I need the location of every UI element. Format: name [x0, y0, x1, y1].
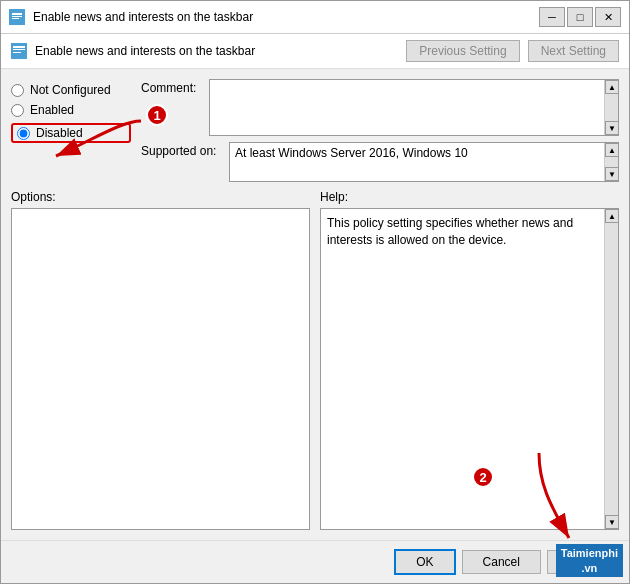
ok-button[interactable]: OK	[394, 549, 455, 575]
disabled-radio[interactable]	[17, 127, 30, 140]
svg-rect-1	[12, 13, 22, 15]
footer: OK Cancel Apply	[1, 540, 629, 583]
help-panel: Help: This policy setting specifies whet…	[320, 190, 619, 530]
close-button[interactable]: ✕	[595, 7, 621, 27]
not-configured-option[interactable]: Not Configured	[11, 83, 131, 97]
options-box	[11, 208, 310, 530]
options-label: Options:	[11, 190, 310, 204]
supported-row: Supported on: At least Windows Server 20…	[141, 142, 619, 182]
main-window: Enable news and interests on the taskbar…	[0, 0, 630, 584]
svg-rect-3	[12, 18, 19, 19]
title-bar: Enable news and interests on the taskbar…	[1, 1, 629, 34]
comment-textarea[interactable]	[210, 80, 604, 135]
help-scrollbar[interactable]: ▲ ▼	[604, 209, 618, 529]
supported-value: At least Windows Server 2016, Windows 10	[230, 143, 604, 181]
minimize-button[interactable]: ─	[539, 7, 565, 27]
scroll-down-btn[interactable]: ▼	[605, 121, 619, 135]
help-scroll-up[interactable]: ▲	[605, 209, 619, 223]
next-setting-button[interactable]: Next Setting	[528, 40, 619, 62]
right-section: Comment: ▲ ▼ Supported on: At least Wind…	[141, 79, 619, 182]
comment-scrollbar[interactable]: ▲ ▼	[604, 80, 618, 135]
supported-scroll-up[interactable]: ▲	[605, 143, 619, 157]
supported-label: Supported on:	[141, 142, 221, 158]
previous-setting-button[interactable]: Previous Setting	[406, 40, 519, 62]
window-controls: ─ □ ✕	[539, 7, 621, 27]
comment-wrapper: ▲ ▼	[209, 79, 619, 136]
window-title: Enable news and interests on the taskbar	[33, 10, 253, 24]
svg-rect-5	[13, 46, 25, 48]
comment-row: Comment: ▲ ▼	[141, 79, 619, 136]
supported-wrapper: At least Windows Server 2016, Windows 10…	[229, 142, 619, 182]
help-scroll-down[interactable]: ▼	[605, 515, 619, 529]
disabled-label: Disabled	[36, 126, 83, 140]
disabled-option[interactable]: Disabled	[11, 123, 131, 143]
options-panel: Options:	[11, 190, 310, 530]
supported-scroll-down[interactable]: ▼	[605, 167, 619, 181]
toolbar-title: Enable news and interests on the taskbar	[35, 44, 398, 58]
cancel-button[interactable]: Cancel	[462, 550, 541, 574]
title-bar-left: Enable news and interests on the taskbar	[9, 9, 253, 25]
maximize-button[interactable]: □	[567, 7, 593, 27]
scroll-up-btn[interactable]: ▲	[605, 80, 619, 94]
toolbar-icon	[11, 43, 27, 59]
not-configured-radio[interactable]	[11, 84, 24, 97]
enabled-radio[interactable]	[11, 104, 24, 117]
toolbar: Enable news and interests on the taskbar…	[1, 34, 629, 69]
supported-scrollbar[interactable]: ▲ ▼	[604, 143, 618, 181]
app-icon	[9, 9, 25, 25]
enabled-label: Enabled	[30, 103, 74, 117]
watermark: Taimienphi.vn	[556, 544, 623, 577]
svg-rect-2	[12, 16, 22, 17]
not-configured-label: Not Configured	[30, 83, 111, 97]
svg-rect-4	[11, 43, 27, 59]
help-label: Help:	[320, 190, 619, 204]
enabled-option[interactable]: Enabled	[11, 103, 131, 117]
svg-rect-6	[13, 49, 25, 50]
help-text: This policy setting specifies whether ne…	[321, 209, 604, 529]
bottom-section: Options: Help: This policy setting speci…	[11, 190, 619, 530]
watermark-text: Taimienphi.vn	[561, 547, 618, 573]
comment-label: Comment:	[141, 79, 201, 95]
radio-group: Not Configured Enabled Disabled	[11, 79, 131, 182]
svg-rect-7	[13, 52, 21, 53]
main-content: Not Configured Enabled Disabled Comment:	[1, 69, 629, 540]
top-section: Not Configured Enabled Disabled Comment:	[11, 79, 619, 182]
help-wrapper: This policy setting specifies whether ne…	[320, 208, 619, 530]
